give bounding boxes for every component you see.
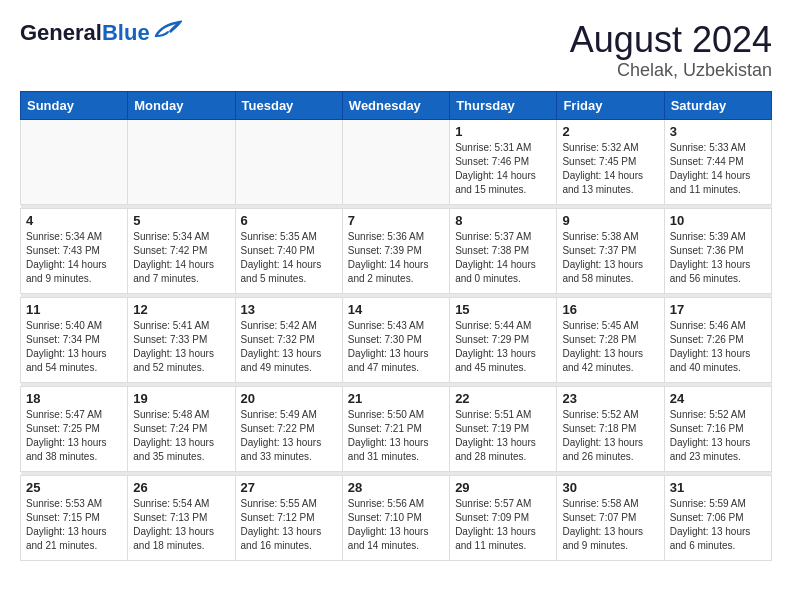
calendar-cell: 8Sunrise: 5:37 AM Sunset: 7:38 PM Daylig… (450, 208, 557, 293)
day-number: 28 (348, 480, 444, 495)
day-info: Sunrise: 5:32 AM Sunset: 7:45 PM Dayligh… (562, 141, 658, 197)
calendar-cell: 27Sunrise: 5:55 AM Sunset: 7:12 PM Dayli… (235, 475, 342, 560)
day-info: Sunrise: 5:48 AM Sunset: 7:24 PM Dayligh… (133, 408, 229, 464)
weekday-sunday: Sunday (21, 91, 128, 119)
calendar-cell: 6Sunrise: 5:35 AM Sunset: 7:40 PM Daylig… (235, 208, 342, 293)
calendar-cell: 7Sunrise: 5:36 AM Sunset: 7:39 PM Daylig… (342, 208, 449, 293)
day-info: Sunrise: 5:45 AM Sunset: 7:28 PM Dayligh… (562, 319, 658, 375)
calendar-cell: 20Sunrise: 5:49 AM Sunset: 7:22 PM Dayli… (235, 386, 342, 471)
day-number: 10 (670, 213, 766, 228)
calendar-cell: 16Sunrise: 5:45 AM Sunset: 7:28 PM Dayli… (557, 297, 664, 382)
day-info: Sunrise: 5:40 AM Sunset: 7:34 PM Dayligh… (26, 319, 122, 375)
calendar-cell: 23Sunrise: 5:52 AM Sunset: 7:18 PM Dayli… (557, 386, 664, 471)
day-number: 17 (670, 302, 766, 317)
calendar-cell: 17Sunrise: 5:46 AM Sunset: 7:26 PM Dayli… (664, 297, 771, 382)
logo-text: GeneralBlue (20, 20, 150, 46)
day-number: 29 (455, 480, 551, 495)
day-number: 30 (562, 480, 658, 495)
calendar-cell: 25Sunrise: 5:53 AM Sunset: 7:15 PM Dayli… (21, 475, 128, 560)
day-info: Sunrise: 5:57 AM Sunset: 7:09 PM Dayligh… (455, 497, 551, 553)
weekday-thursday: Thursday (450, 91, 557, 119)
logo-bird-icon (154, 18, 182, 45)
day-number: 2 (562, 124, 658, 139)
day-number: 7 (348, 213, 444, 228)
logo-blue: Blue (102, 20, 150, 45)
calendar-cell: 9Sunrise: 5:38 AM Sunset: 7:37 PM Daylig… (557, 208, 664, 293)
calendar-cell (128, 119, 235, 204)
day-info: Sunrise: 5:49 AM Sunset: 7:22 PM Dayligh… (241, 408, 337, 464)
day-info: Sunrise: 5:50 AM Sunset: 7:21 PM Dayligh… (348, 408, 444, 464)
calendar-cell: 1Sunrise: 5:31 AM Sunset: 7:46 PM Daylig… (450, 119, 557, 204)
calendar-cell: 13Sunrise: 5:42 AM Sunset: 7:32 PM Dayli… (235, 297, 342, 382)
day-info: Sunrise: 5:43 AM Sunset: 7:30 PM Dayligh… (348, 319, 444, 375)
day-info: Sunrise: 5:33 AM Sunset: 7:44 PM Dayligh… (670, 141, 766, 197)
day-info: Sunrise: 5:53 AM Sunset: 7:15 PM Dayligh… (26, 497, 122, 553)
calendar-table: SundayMondayTuesdayWednesdayThursdayFrid… (20, 91, 772, 561)
calendar-cell: 31Sunrise: 5:59 AM Sunset: 7:06 PM Dayli… (664, 475, 771, 560)
day-number: 27 (241, 480, 337, 495)
week-row-1: 1Sunrise: 5:31 AM Sunset: 7:46 PM Daylig… (21, 119, 772, 204)
day-info: Sunrise: 5:52 AM Sunset: 7:18 PM Dayligh… (562, 408, 658, 464)
day-number: 6 (241, 213, 337, 228)
day-number: 16 (562, 302, 658, 317)
weekday-tuesday: Tuesday (235, 91, 342, 119)
page-header: GeneralBlue August 2024 Chelak, Uzbekist… (20, 20, 772, 81)
day-number: 12 (133, 302, 229, 317)
day-number: 5 (133, 213, 229, 228)
week-row-5: 25Sunrise: 5:53 AM Sunset: 7:15 PM Dayli… (21, 475, 772, 560)
day-info: Sunrise: 5:41 AM Sunset: 7:33 PM Dayligh… (133, 319, 229, 375)
calendar-cell (21, 119, 128, 204)
weekday-saturday: Saturday (664, 91, 771, 119)
day-number: 9 (562, 213, 658, 228)
calendar-cell: 22Sunrise: 5:51 AM Sunset: 7:19 PM Dayli… (450, 386, 557, 471)
month-title: August 2024 (570, 20, 772, 60)
day-info: Sunrise: 5:38 AM Sunset: 7:37 PM Dayligh… (562, 230, 658, 286)
day-number: 13 (241, 302, 337, 317)
week-row-2: 4Sunrise: 5:34 AM Sunset: 7:43 PM Daylig… (21, 208, 772, 293)
day-number: 26 (133, 480, 229, 495)
day-number: 15 (455, 302, 551, 317)
calendar-cell: 11Sunrise: 5:40 AM Sunset: 7:34 PM Dayli… (21, 297, 128, 382)
calendar-cell (342, 119, 449, 204)
day-info: Sunrise: 5:59 AM Sunset: 7:06 PM Dayligh… (670, 497, 766, 553)
day-number: 24 (670, 391, 766, 406)
day-info: Sunrise: 5:46 AM Sunset: 7:26 PM Dayligh… (670, 319, 766, 375)
day-info: Sunrise: 5:44 AM Sunset: 7:29 PM Dayligh… (455, 319, 551, 375)
weekday-header-row: SundayMondayTuesdayWednesdayThursdayFrid… (21, 91, 772, 119)
calendar-cell: 29Sunrise: 5:57 AM Sunset: 7:09 PM Dayli… (450, 475, 557, 560)
title-block: August 2024 Chelak, Uzbekistan (570, 20, 772, 81)
day-number: 22 (455, 391, 551, 406)
weekday-friday: Friday (557, 91, 664, 119)
calendar-cell: 4Sunrise: 5:34 AM Sunset: 7:43 PM Daylig… (21, 208, 128, 293)
day-info: Sunrise: 5:35 AM Sunset: 7:40 PM Dayligh… (241, 230, 337, 286)
weekday-wednesday: Wednesday (342, 91, 449, 119)
week-row-3: 11Sunrise: 5:40 AM Sunset: 7:34 PM Dayli… (21, 297, 772, 382)
day-info: Sunrise: 5:52 AM Sunset: 7:16 PM Dayligh… (670, 408, 766, 464)
calendar-cell: 18Sunrise: 5:47 AM Sunset: 7:25 PM Dayli… (21, 386, 128, 471)
calendar-cell: 5Sunrise: 5:34 AM Sunset: 7:42 PM Daylig… (128, 208, 235, 293)
day-info: Sunrise: 5:56 AM Sunset: 7:10 PM Dayligh… (348, 497, 444, 553)
day-number: 23 (562, 391, 658, 406)
calendar-cell: 12Sunrise: 5:41 AM Sunset: 7:33 PM Dayli… (128, 297, 235, 382)
calendar-cell: 26Sunrise: 5:54 AM Sunset: 7:13 PM Dayli… (128, 475, 235, 560)
weekday-monday: Monday (128, 91, 235, 119)
day-info: Sunrise: 5:47 AM Sunset: 7:25 PM Dayligh… (26, 408, 122, 464)
calendar-cell: 28Sunrise: 5:56 AM Sunset: 7:10 PM Dayli… (342, 475, 449, 560)
day-info: Sunrise: 5:42 AM Sunset: 7:32 PM Dayligh… (241, 319, 337, 375)
calendar-cell: 3Sunrise: 5:33 AM Sunset: 7:44 PM Daylig… (664, 119, 771, 204)
day-number: 31 (670, 480, 766, 495)
day-number: 25 (26, 480, 122, 495)
logo: GeneralBlue (20, 20, 182, 46)
day-number: 14 (348, 302, 444, 317)
calendar-cell: 2Sunrise: 5:32 AM Sunset: 7:45 PM Daylig… (557, 119, 664, 204)
location-title: Chelak, Uzbekistan (570, 60, 772, 81)
day-number: 3 (670, 124, 766, 139)
day-number: 21 (348, 391, 444, 406)
day-info: Sunrise: 5:34 AM Sunset: 7:43 PM Dayligh… (26, 230, 122, 286)
calendar-cell: 21Sunrise: 5:50 AM Sunset: 7:21 PM Dayli… (342, 386, 449, 471)
calendar-cell: 24Sunrise: 5:52 AM Sunset: 7:16 PM Dayli… (664, 386, 771, 471)
day-number: 19 (133, 391, 229, 406)
day-number: 8 (455, 213, 551, 228)
logo-general: General (20, 20, 102, 45)
day-info: Sunrise: 5:54 AM Sunset: 7:13 PM Dayligh… (133, 497, 229, 553)
